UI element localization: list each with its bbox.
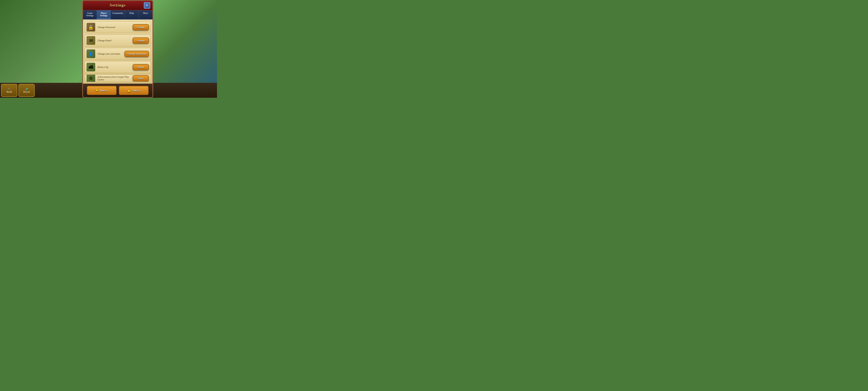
change-password-label: Change Password xyxy=(97,26,130,29)
user-icon: 👤 xyxy=(87,49,95,58)
delete-city-label: Delete City xyxy=(97,66,130,68)
like-us-label: Like Us xyxy=(133,89,141,92)
achievements-label: Achievements from Google Play Games xyxy=(97,76,130,81)
modal-header: Settings × xyxy=(83,1,152,10)
tab-game-settings[interactable]: Game Settings xyxy=(83,10,97,19)
tabs-bar: Game Settings Player Settings Community … xyxy=(83,10,152,20)
rate-us-button[interactable]: ★ Rate Us xyxy=(87,86,117,95)
modal-title: Settings xyxy=(110,3,126,8)
change-username-row: 👤 Change your username Change Username xyxy=(85,48,151,60)
build-button[interactable]: 🔨 Build xyxy=(1,84,18,97)
change-email-row: ✉ Change Email Change xyxy=(85,34,151,47)
change-password-button[interactable]: Change xyxy=(133,24,149,30)
rate-us-label: Rate Us xyxy=(100,89,108,92)
delete-city-button[interactable]: Delete xyxy=(133,64,149,70)
tab-more[interactable]: More xyxy=(139,10,152,19)
achievements-open-button[interactable]: Open xyxy=(133,75,149,81)
change-email-label: Change Email xyxy=(97,39,130,42)
settings-modal: Settings × Game Settings Player Settings… xyxy=(82,0,153,98)
like-us-button[interactable]: 👍 Like Us xyxy=(119,86,149,95)
modal-overlay: Settings × Game Settings Player Settings… xyxy=(19,0,217,98)
change-username-button[interactable]: Change Username xyxy=(124,51,149,57)
change-username-label: Change your username xyxy=(97,52,122,55)
change-email-button[interactable]: Change xyxy=(133,37,149,44)
gear-icon: ⚙ xyxy=(87,75,95,82)
tab-player-settings[interactable]: Player Settings xyxy=(97,10,111,19)
email-icon: ✉ xyxy=(87,36,95,45)
tab-help[interactable]: Help xyxy=(125,10,138,19)
modal-footer: ★ Rate Us 👍 Like Us xyxy=(83,84,152,97)
thumbs-up-icon: 👍 xyxy=(127,88,131,92)
modal-content: 🔒 Change Password Change ✉ Change Email … xyxy=(83,20,152,84)
change-password-row: 🔒 Change Password Change xyxy=(85,21,151,33)
delete-city-row: 🏙 Delete City Delete xyxy=(85,61,151,73)
close-button[interactable]: × xyxy=(144,2,150,9)
hammer-icon: 🔨 xyxy=(8,88,11,90)
delete-icon: 🏙 xyxy=(87,63,95,72)
star-icon: ★ xyxy=(95,88,98,92)
lock-icon: 🔒 xyxy=(87,23,95,31)
achievements-row: ⚙ Achievements from Google Play Games Op… xyxy=(85,75,151,82)
tab-community[interactable]: Community xyxy=(111,10,125,19)
